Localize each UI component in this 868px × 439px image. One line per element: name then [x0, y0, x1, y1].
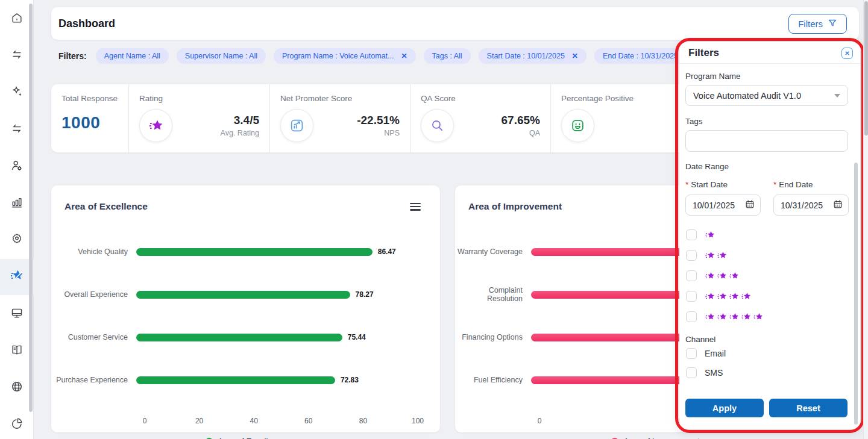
x-axis-tick: 0 [143, 417, 147, 425]
filters-panel-scrollbar[interactable] [854, 163, 858, 425]
kpi-label: Net Promoter Score [280, 94, 400, 103]
swap-arrows-icon [10, 48, 24, 64]
email-checkbox[interactable] [686, 348, 697, 359]
reset-button[interactable]: Reset [769, 399, 848, 417]
bar[interactable] [136, 291, 350, 299]
kpi-label: Rating [139, 94, 259, 103]
channel-filter-group: EmailSMS [685, 344, 855, 382]
sidebar-item-pie-chart[interactable] [0, 406, 34, 439]
chart-bar-row: Customer Service75.44 [51, 322, 440, 353]
kpi-value: 67.65% [502, 114, 540, 127]
tags-label: Tags [685, 117, 855, 126]
bar[interactable] [136, 376, 335, 384]
x-axis-tick: 20 [195, 417, 203, 425]
start-date-label: *Start Date [685, 180, 773, 189]
end-date-input[interactable] [781, 201, 830, 210]
kpi-sub-label: QA [502, 129, 540, 137]
star-icon [705, 313, 715, 322]
close-icon[interactable]: ✕ [841, 48, 853, 59]
filters-panel-title: Filters [688, 47, 719, 59]
filters-button[interactable]: Filters [788, 14, 847, 34]
chart-legend: Area of Improvement [455, 437, 856, 439]
bar[interactable] [136, 248, 373, 256]
trend-chart-icon [280, 109, 313, 142]
rating-option-3-star [686, 266, 855, 286]
tags-input[interactable] [685, 130, 848, 152]
sms-checkbox[interactable] [686, 367, 697, 378]
star-icon [729, 313, 740, 322]
filter-chips: Agent Name : AllSupervisor Name : AllPro… [96, 48, 687, 64]
page-scrollbar[interactable] [863, 0, 868, 439]
bar-value-label: 78.27 [356, 290, 374, 299]
bar-category-label: Customer Service [51, 333, 136, 341]
user-settings-icon [10, 159, 24, 175]
page-scrollbar-thumb[interactable] [864, 1, 868, 135]
globe-icon [10, 380, 24, 396]
book-icon [10, 343, 24, 359]
rating-2-checkbox[interactable] [686, 250, 697, 261]
filter-chip-label: End Date : 10/31/2025 [603, 52, 678, 60]
star-icon [717, 251, 728, 260]
rating-3-checkbox[interactable] [686, 270, 697, 281]
calendar-icon[interactable] [833, 199, 843, 211]
sidebar [0, 0, 34, 439]
kpi-total-response: Total Response 1000 [51, 84, 128, 152]
star-group [705, 272, 740, 281]
start-date-input[interactable] [693, 201, 742, 210]
bar-track: 78.27 [136, 291, 440, 299]
kpi-label: Total Response [61, 94, 118, 103]
x-axis-tick: 60 [304, 417, 312, 425]
channel-label: Channel [685, 335, 855, 344]
home-icon [10, 11, 24, 27]
sparkles-icon [10, 85, 24, 101]
transfer-arrows-icon [10, 122, 24, 138]
bar[interactable] [136, 334, 342, 341]
kpi-value: 3.4/5 [221, 114, 259, 127]
bar-category-label: Purchase Experience [51, 376, 136, 384]
bar-category-label: Financing Options [455, 333, 531, 341]
rating-option-2-star [686, 245, 855, 266]
bar-chart-icon [10, 196, 24, 211]
x-axis-tick: 40 [250, 417, 258, 425]
apply-button[interactable]: Apply [685, 399, 764, 417]
program-name-label: Program Name [685, 72, 855, 81]
bar-category-label: Fuel Efficiency [455, 376, 531, 384]
star-icon [753, 313, 764, 322]
chip-close-icon[interactable]: ✕ [572, 52, 578, 60]
rating-4-checkbox[interactable] [686, 291, 697, 302]
legend-label: Area of Excellence [218, 437, 286, 439]
channel-option-sms: SMS [686, 363, 855, 382]
bar-value-label: 86.47 [378, 248, 396, 256]
rating-1-checkbox[interactable] [686, 229, 697, 240]
filters-panel: Filters ✕ Program Name Voice Automated A… [679, 42, 860, 429]
pie-chart-icon [10, 417, 24, 432]
star-icon [705, 231, 715, 240]
filter-chip-label: Tags : All [432, 52, 462, 60]
rating-5-checkbox[interactable] [686, 311, 697, 322]
chevron-down-icon [834, 94, 840, 98]
bar-value-label: 72.83 [341, 376, 359, 384]
kpi-sub-label: Avg. Rating [221, 129, 259, 137]
star-icon [705, 272, 715, 281]
calendar-icon[interactable] [745, 199, 755, 211]
channel-option-label: SMS [705, 368, 723, 378]
star-icon [741, 292, 752, 301]
required-asterisk: * [773, 180, 776, 189]
filter-chip-label: Program Name : Voice Automat... [282, 52, 394, 60]
start-date-field[interactable] [685, 195, 761, 216]
chart-menu-icon[interactable] [410, 201, 421, 212]
program-name-select[interactable]: Voice Automated Audit V1.0 [685, 85, 848, 106]
filter-chip: Tags : All [424, 48, 471, 64]
rating-star-icon [139, 109, 172, 142]
app: Dashboard Filters Filters: Agent Name : … [0, 0, 868, 439]
kpi-qa-score: QA Score 67.65% QA [410, 84, 550, 152]
end-date-field[interactable] [773, 195, 849, 216]
star-icon [705, 251, 715, 260]
chip-close-icon[interactable]: ✕ [401, 52, 407, 60]
x-axis-tick: 100 [412, 417, 424, 425]
sidebar-scrollbar[interactable] [29, 4, 33, 412]
star-icon [741, 313, 752, 322]
star-icon [717, 272, 728, 281]
area-of-excellence-card: Area of Excellence Vehicle Quality86.47O… [51, 185, 440, 432]
required-asterisk: * [685, 180, 688, 189]
